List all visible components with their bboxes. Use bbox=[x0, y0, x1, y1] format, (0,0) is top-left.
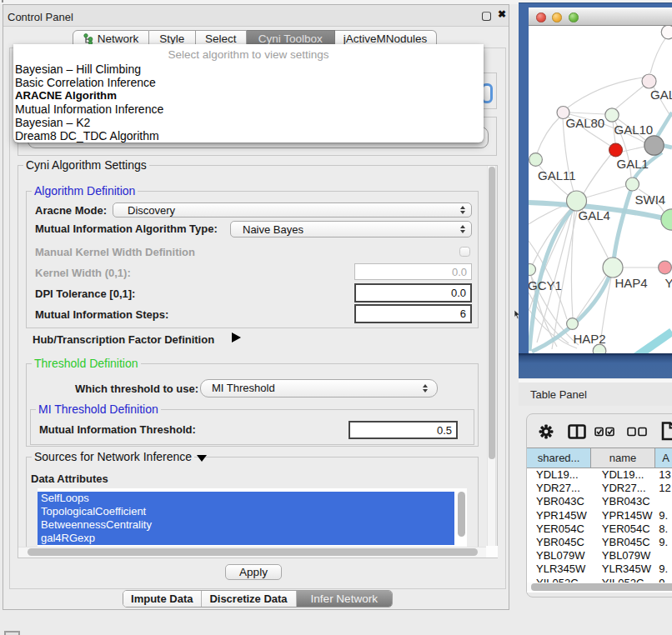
network-node-gray[interactable] bbox=[644, 136, 664, 155]
table-row[interactable]: YDR27...YDR27...12 bbox=[527, 482, 672, 495]
bottom-tab-infer-network[interactable]: Infer Network bbox=[296, 591, 393, 607]
mi-type-label: Mutual Information Algorithm Type: bbox=[35, 222, 218, 235]
network-window-frame-bottom bbox=[519, 353, 672, 378]
data-attributes-label: Data Attributes bbox=[31, 472, 108, 485]
manual-kernel-label: Manual Kernel Width Definition bbox=[35, 246, 195, 258]
table-row[interactable]: YBL079WYBL079W bbox=[527, 549, 672, 562]
aracne-mode-value: Discovery bbox=[113, 204, 459, 217]
settings-vscrollbar-thumb[interactable] bbox=[489, 167, 495, 459]
table-cell: 9 bbox=[655, 577, 672, 583]
mi-threshold-label: Mutual Information Threshold: bbox=[39, 423, 196, 436]
table-cell: YPR145W bbox=[527, 509, 591, 522]
float-window-icon[interactable] bbox=[482, 12, 491, 21]
minimize-traffic-light-icon[interactable] bbox=[552, 12, 562, 22]
network-node-label: GAL4 bbox=[579, 208, 610, 222]
table-cell: YPR145W bbox=[591, 509, 655, 522]
algorithm-option[interactable]: Bayesian – Hill Climbing bbox=[14, 62, 483, 76]
gear-icon[interactable] bbox=[539, 424, 554, 439]
checked-pair-icon[interactable] bbox=[594, 427, 614, 437]
mi-threshold-definition-title: MI Threshold Definition bbox=[36, 403, 161, 416]
column-header-name[interactable]: name bbox=[591, 448, 655, 468]
mi-steps-field[interactable]: 6 bbox=[354, 304, 472, 323]
network-node-pinktop[interactable] bbox=[642, 74, 656, 88]
table-row[interactable]: YPR145WYPR145W9. bbox=[527, 509, 672, 522]
network-canvas[interactable]: GALGAL80GAL10GAL1GAL11SWI4GAL4GCY1HAP4YH… bbox=[529, 26, 672, 353]
close-traffic-light-icon[interactable] bbox=[536, 12, 546, 22]
mi-threshold-field[interactable]: 0.5 bbox=[349, 421, 458, 439]
table-cell: YBL079W bbox=[591, 549, 655, 562]
table-row[interactable]: YBR043CYBR043C bbox=[527, 495, 672, 508]
manual-kernel-checkbox[interactable] bbox=[459, 247, 470, 257]
table-hscrollbar-thumb[interactable] bbox=[531, 583, 672, 591]
data-attribute-item[interactable]: gal4RGexp bbox=[38, 532, 454, 545]
algorithm-option[interactable]: ARACNE Algorithm bbox=[14, 89, 483, 102]
algorithm-popup-list: Bayesian – Hill ClimbingBasic Correlatio… bbox=[14, 62, 483, 142]
table-cell: YDR27... bbox=[591, 482, 655, 495]
table-row[interactable]: YER054CYER054C8. bbox=[527, 522, 672, 536]
aracne-mode-label: Aracne Mode: bbox=[35, 204, 107, 217]
algorithm-option[interactable]: Mutual Information Inference bbox=[14, 102, 483, 116]
bottom-tab-impute-data[interactable]: Impute Data bbox=[123, 591, 201, 607]
table-cell bbox=[655, 549, 672, 562]
split-pane-icon[interactable] bbox=[568, 424, 586, 439]
data-attribute-item[interactable]: SelfLoops bbox=[38, 492, 454, 505]
table-row[interactable]: YBR045CYBR045C9. bbox=[527, 536, 672, 549]
algorithm-option[interactable]: Basic Correlation Inference bbox=[14, 76, 483, 89]
network-edge bbox=[586, 186, 626, 198]
network-node-gal1[interactable] bbox=[609, 143, 623, 157]
network-edge bbox=[576, 274, 607, 319]
algorithm-option[interactable]: Dream8 DC_TDC Algorithm bbox=[14, 129, 483, 142]
network-node-hap4[interactable] bbox=[603, 258, 623, 278]
algorithm-option[interactable]: Bayesian – K2 bbox=[14, 116, 483, 129]
network-node-gal11[interactable] bbox=[529, 153, 543, 167]
column-header-a[interactable]: A bbox=[655, 448, 672, 468]
threshold-definition-title: Threshold Definition bbox=[32, 358, 141, 370]
mi-type-select[interactable]: Naive Bayes bbox=[230, 221, 472, 238]
table-cell: YDL19... bbox=[527, 468, 591, 482]
kernel-width-field[interactable]: 0.0 bbox=[354, 263, 472, 280]
network-node-greenright[interactable] bbox=[661, 209, 672, 230]
aracne-mode-select[interactable]: Discovery bbox=[113, 202, 472, 218]
dpi-tolerance-field[interactable]: 0.0 bbox=[354, 283, 472, 302]
network-node-label: GAL80 bbox=[566, 116, 605, 130]
network-node-label: SWI4 bbox=[635, 192, 666, 207]
network-edge bbox=[569, 112, 605, 114]
table-panel-title: Table Panel bbox=[530, 388, 587, 401]
table-row[interactable]: YDL19...YDL19...13 bbox=[527, 468, 672, 482]
sources-collapse-arrow-icon[interactable] bbox=[197, 455, 207, 462]
network-window-titlebar[interactable] bbox=[529, 8, 672, 26]
network-edge bbox=[615, 86, 644, 109]
network-node-gcy1[interactable] bbox=[529, 264, 536, 276]
data-attribute-item[interactable]: BetweennessCentrality bbox=[38, 518, 454, 532]
data-attribute-item[interactable]: TopologicalCoefficient bbox=[38, 505, 454, 518]
which-threshold-select[interactable]: MI Threshold bbox=[200, 379, 438, 398]
table-row[interactable]: YLR345WYLR345W9. bbox=[527, 562, 672, 576]
node-table[interactable]: shared...nameA YDL19...YDL19...13YDR27..… bbox=[527, 448, 672, 592]
algorithm-definition-title: Algorithm Definition bbox=[32, 185, 138, 198]
unchecked-pair-icon[interactable] bbox=[627, 427, 647, 437]
bottom-tab-discretize-data[interactable]: Discretize Data bbox=[201, 591, 296, 607]
network-node-hap2[interactable] bbox=[567, 318, 579, 330]
network-node-label: GAL bbox=[650, 88, 672, 102]
network-node-label: GAL1 bbox=[617, 157, 649, 171]
network-node-gal10[interactable] bbox=[605, 108, 619, 122]
column-header-shared-[interactable]: shared... bbox=[527, 448, 591, 468]
data-attributes-list[interactable]: SelfLoopsTopologicalCoefficientBetweenne… bbox=[38, 488, 467, 547]
network-node-label: GCY1 bbox=[529, 278, 562, 292]
network-node-corner[interactable] bbox=[661, 26, 672, 39]
table-row[interactable]: YIL052CYIL052C9 bbox=[527, 577, 672, 583]
apply-button[interactable]: Apply bbox=[225, 564, 282, 580]
table-cell: YLR345W bbox=[527, 562, 591, 576]
close-icon[interactable]: ✖ bbox=[496, 8, 508, 21]
zoom-traffic-light-icon[interactable] bbox=[569, 12, 579, 22]
settings-hscrollbar-thumb[interactable] bbox=[28, 548, 478, 556]
tab-label: Style bbox=[159, 32, 184, 45]
table-cell: YER054C bbox=[591, 522, 655, 536]
attr-list-scrollbar-thumb[interactable] bbox=[458, 492, 465, 537]
document-icon[interactable] bbox=[661, 422, 672, 441]
top-edge-tick bbox=[2, 0, 3, 2]
network-edge-highlighted bbox=[656, 112, 672, 138]
hub-expand-arrow-icon[interactable] bbox=[232, 332, 241, 342]
network-node-swi4[interactable] bbox=[626, 178, 639, 191]
network-node-salmon[interactable] bbox=[659, 261, 672, 274]
